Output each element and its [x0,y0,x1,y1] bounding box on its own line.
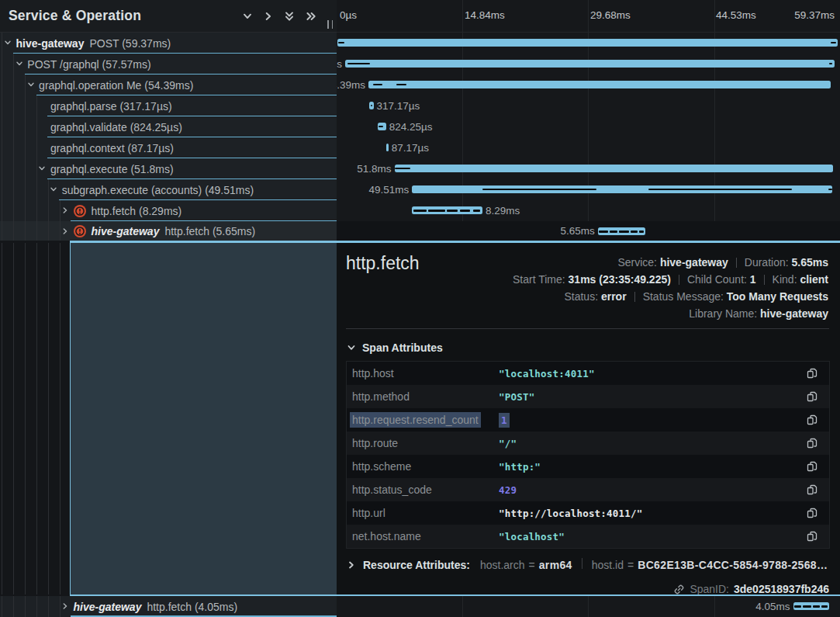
ruler-tick-label: 0µs [340,9,357,21]
span-row-timeline[interactable]: 824.25µs [337,116,840,137]
meta-separator [634,292,635,302]
span-row-name[interactable]: graphql.parse (317.17µs) [0,95,337,116]
attribute-row: http.route"/" [347,432,829,455]
span-bar[interactable] [412,206,482,214]
copy-icon[interactable] [807,368,818,379]
span-bar[interactable] [386,144,389,151]
expand-one-icon[interactable] [262,10,275,23]
critical-path-segment [396,84,406,85]
copy-icon[interactable] [807,484,818,495]
collapse-all-icon[interactable] [283,10,296,23]
copy-icon[interactable] [807,461,818,472]
indent-guide [13,158,14,179]
span-row-timeline[interactable]: 49.51ms [337,179,840,200]
attribute-row: http.host"localhost:4011" [347,362,829,385]
attribute-row: http.request.resend_count1 [347,408,829,432]
attribute-row: http.method"POST" [347,385,829,408]
critical-path-segment [619,231,629,233]
resource-attribute-pairs: host.arch=arm64host.id=BC62E13B-C4CC-585… [480,558,828,572]
resource-key: host.id [592,559,624,571]
span-bar[interactable] [395,165,834,172]
meta-value: error [601,290,627,303]
span-duration-label: 5.65ms [560,221,594,242]
chevron-down-icon[interactable] [26,80,36,89]
span-row-timeline[interactable]: 317.17µs [337,95,840,116]
copy-icon[interactable] [807,438,818,449]
span-row-name[interactable]: POST /graphql (57.57ms) [0,54,337,75]
meta-value: 1 [750,273,756,286]
span-attributes-table: http.host"localhost:4011"http.method"POS… [346,361,830,549]
column-title: Service & Operation [9,8,141,24]
span-row-name[interactable]: hive-gatewayhttp.fetch (4.05ms) [0,596,337,617]
span-bar[interactable] [412,185,832,193]
span-row-name[interactable]: hive-gatewayhttp.fetch (5.65ms) [0,221,337,241]
span-row-name[interactable]: graphql.context (87.17µs) [0,137,337,158]
span-row-name[interactable]: subgraph.execute (accounts) (49.51ms) [0,179,337,200]
attribute-value: "localhost:4011" [499,368,595,380]
span-row-timeline[interactable]: 5.65ms [337,221,840,241]
expand-all-icon[interactable] [305,10,317,23]
span-bar[interactable] [369,102,374,109]
span-row-label: POST /graphql (57.57ms) [27,54,150,75]
chevron-down-icon[interactable] [37,164,47,173]
span-attributes-title: Span Attributes [362,341,443,354]
span-bar[interactable] [368,81,831,88]
critical-path-segment [347,63,370,64]
indent-guide [2,116,2,137]
indent-guide [25,137,26,158]
copy-icon[interactable] [807,531,818,542]
span-row-name[interactable]: http.fetch (8.29ms) [0,200,337,221]
meta-label: Child Count: [687,273,750,286]
attribute-value: "/" [499,438,517,449]
span-row-timeline[interactable]: 8.29ms [337,200,840,221]
span-row-timeline[interactable]: 59.37ms [337,33,840,54]
resource-attributes-title: Resource Attributes: [363,559,470,571]
critical-path-segment [371,105,373,106]
copy-icon[interactable] [807,508,818,518]
span-bar[interactable] [793,602,829,610]
indent-guide [48,221,49,241]
indent-guide [13,95,14,116]
resource-attributes-row[interactable]: Resource Attributes: host.arch=arm64host… [347,553,829,577]
span-row-timeline[interactable]: 54.39ms [337,75,840,95]
link-icon[interactable] [673,584,685,595]
span-bar[interactable] [378,123,385,130]
ruler-tick-label: 59.37ms [794,9,835,21]
span-row-timeline[interactable]: 51.8ms [337,158,840,179]
critical-path-segment [829,63,832,64]
operation-name: http.fetch (8.29ms) [92,205,182,217]
expanded-row-left-region [0,243,337,594]
span-row-timeline[interactable]: 87.17µs [337,137,840,158]
span-bar[interactable] [337,39,838,47]
span-bar[interactable] [345,60,835,68]
span-row-timeline[interactable]: 4.05ms [337,596,840,617]
span-attributes-header[interactable]: Span Attributes [347,341,443,354]
span-row-name[interactable]: graphql.execute (51.8ms) [0,158,337,179]
span-duration-label: 51.8ms [357,158,391,179]
span-row-timeline[interactable]: 57.57ms [337,54,840,75]
span-row-name[interactable]: graphql.validate (824.25µs) [0,116,337,137]
chevron-right-icon[interactable] [60,227,70,236]
copy-icon[interactable] [807,414,818,425]
critical-path-segment [631,231,638,233]
ruler-tick-label: 44.53ms [716,9,756,21]
collapse-one-icon[interactable] [241,10,254,23]
span-row-name[interactable]: hive-gatewayPOST (59.37ms) [0,33,337,54]
chevron-down-icon[interactable] [49,185,58,194]
span-row-name[interactable]: graphql.operation Me (54.39ms) [0,75,337,95]
span-row-label: graphql.validate (824.25µs) [50,116,182,137]
chevron-right-icon[interactable] [60,206,70,215]
chevron-down-icon[interactable] [15,59,24,68]
critical-path-segment [610,231,618,233]
span-bar[interactable] [598,227,646,235]
resource-separator [582,558,582,569]
critical-path-segment [803,605,811,608]
resource-equals: = [529,559,535,571]
column-resize-grip[interactable] [327,20,333,29]
indent-guide [13,137,14,158]
critical-path-segment [460,210,470,212]
chevron-right-icon[interactable] [60,601,70,611]
chevron-down-icon[interactable] [3,38,12,47]
copy-icon[interactable] [807,391,818,402]
critical-path-segment [428,210,445,212]
